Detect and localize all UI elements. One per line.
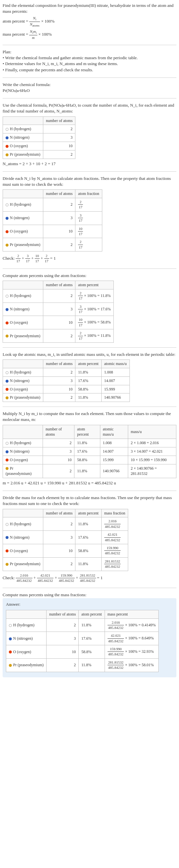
plan-heading: Plan: [3,49,176,55]
element-dot-icon [6,380,8,383]
element-dot-icon [6,153,8,156]
divider [3,406,176,407]
element-dot-icon [6,536,8,539]
table-row: O (oxygen)101017 [3,225,102,238]
element-dot-icon [9,638,12,640]
element-dot-icon [6,128,8,131]
element-dot-icon [6,459,8,462]
table-row: N (nitrogen)317.6%14.0073 × 14.007 = 42.… [3,447,176,456]
intro-title: Find the elemental composition for prase… [3,3,176,14]
plan-bullet: • Finally, compute the percents and chec… [3,67,176,73]
atomic-mass-table: number of atomsatom percentatomic mass/u… [3,360,130,402]
answer-label: Answer: [6,601,173,607]
section-heading: Write the chemical formula: [3,82,176,88]
element-dot-icon [6,145,8,148]
element-dot-icon [6,371,8,374]
mass-fractions-section: Divide the mass for each element by m to… [3,495,176,583]
divider [3,347,176,348]
divider [3,98,176,98]
chemical-formula-section: Write the chemical formula: Pr(NO₃)₃·6H₂… [3,82,176,94]
divider [3,45,176,45]
atom-percent-formula: atom percent = NiNatoms × 100% [3,16,176,28]
table-row: H (hydrogen)2 [3,125,75,133]
table-row: Pr (praseodymium)211.8%140.907662 × 140.… [3,464,176,478]
table-row: N (nitrogen)3317 [3,211,102,225]
table-row: O (oxygen)101017 × 100% = 58.8% [3,316,114,329]
atomic-mass-section: Look up the atomic mass, m_i, in unified… [3,351,176,402]
table-row: Pr (praseodymium)211.8%140.90766 [3,394,130,402]
table-row: O (oxygen)10 [3,142,75,150]
mass-percent-formula: mass percent = Nimim × 100% [3,29,176,40]
section-heading: Divide the mass for each element by m to… [3,495,176,506]
table-row: H (hydrogen)211.8%2.016485.84232 × 100% … [6,618,159,632]
element-dot-icon [6,204,8,206]
plan-bullet: • Write the chemical formula and gather … [3,55,176,61]
element-dot-icon [6,442,8,445]
section-heading: Compute atom percents using the atom fra… [3,273,176,279]
element-dot-icon [6,563,8,566]
element-dot-icon [6,451,8,453]
table-row: H (hydrogen)211.8%1.0082 × 1.008 = 2.016 [3,439,176,447]
table-row: Pr (praseodymium)2 [3,150,75,159]
mass-percents-section: Compute mass percents using the mass fra… [3,592,176,677]
molecular-mass-section: Multiply N_i by m_i to compute the mass … [3,411,176,486]
table-row: Pr (praseodymium)211.8%281.81532485.8423… [3,557,128,571]
section-heading: Use the chemical formula, Pr(NO₃)₃·6H₂O,… [3,102,176,114]
mass-percents-table: number of atomsatom percentmass percent … [6,610,159,672]
table-row: H (hydrogen)2217 × 100% = 11.8% [3,289,114,303]
element-dot-icon [9,651,12,653]
molecular-mass-total: m = 2.016 u + 42.021 u + 159.990 u + 281… [3,480,176,486]
table-row: Pr (praseodymium)211.8%281.81532485.8423… [6,658,159,672]
table-row: Pr (praseodymium)2217 × 100% = 11.8% [3,329,114,343]
element-dot-icon [6,244,8,247]
element-dot-icon [6,321,8,324]
element-dot-icon [6,523,8,526]
table-row: N (nitrogen)3317 × 100% = 17.6% [3,303,114,316]
element-dot-icon [9,664,12,667]
plan: Plan: • Write the chemical formula and g… [3,49,176,73]
table-row: Pr (praseodymium)2217 [3,238,102,251]
table-row: N (nitrogen)3 [3,133,75,142]
element-dot-icon [6,217,8,220]
table-row: O (oxygen)1058.8%159.990485.84232 [3,544,128,558]
divider [3,491,176,491]
table-row: O (oxygen)1058.8%15.99910 × 15.999 = 159… [3,456,176,464]
table-row: N (nitrogen)317.6%14.007 [3,376,130,385]
atom-fraction-check: Check: 217 + 317 + 1017 + 217 = 1 [3,253,176,264]
element-dot-icon [6,308,8,311]
count-atoms-section: Use the chemical formula, Pr(NO₃)₃·6H₂O,… [3,102,176,167]
element-dot-icon [9,624,12,627]
answer-box: Answer: number of atomsatom percentmass … [3,598,176,677]
molecular-mass-table: number of atomsatom percentatomic mass/u… [3,425,176,478]
table-row: N (nitrogen)317.6%42.021485.84232 [3,531,128,544]
divider [3,78,176,78]
element-dot-icon [6,550,8,552]
table-row: N (nitrogen)317.6%42.021485.84232 × 100%… [6,632,159,645]
divider [3,269,176,269]
mass-fractions-table: number of atomsatom percentmass fraction… [3,509,128,571]
atom-fractions-table: number of atomsatom fraction H (hydrogen… [3,189,102,251]
element-dot-icon [6,230,8,233]
table-row: H (hydrogen)2217 [3,198,102,211]
mass-fraction-check: Check: 2.016485.84232 + 42.021485.84232 … [3,573,176,584]
col-header: number of atoms [43,117,75,125]
element-dot-icon [6,396,8,399]
section-heading: Compute mass percents using the mass fra… [3,592,176,598]
element-dot-icon [6,467,8,470]
atom-percents-table: number of atomsatom percent H (hydrogen)… [3,281,114,343]
count-atoms-table: number of atoms H (hydrogen)2 N (nitroge… [3,117,75,159]
atom-fractions-section: Divide each N_i by N_atoms to calculate … [3,176,176,264]
section-heading: Divide each N_i by N_atoms to calculate … [3,176,176,187]
plan-bullet: • Determine values for N_i, m_i, N_atoms… [3,61,176,67]
divider [3,172,176,172]
frac-icon: NiNatoms [29,16,40,28]
section-heading: Look up the atomic mass, m_i, in unified… [3,351,176,358]
divider [3,588,176,588]
table-row: H (hydrogen)211.8%2.016485.84232 [3,518,128,531]
intro: Find the elemental composition for prase… [3,3,176,40]
element-dot-icon [6,388,8,391]
section-heading: Multiply N_i by m_i to compute the mass … [3,411,176,423]
frac-icon: Nimim [29,29,37,40]
element-dot-icon [6,335,8,338]
table-row: O (oxygen)1058.8%15.999 [3,385,130,394]
